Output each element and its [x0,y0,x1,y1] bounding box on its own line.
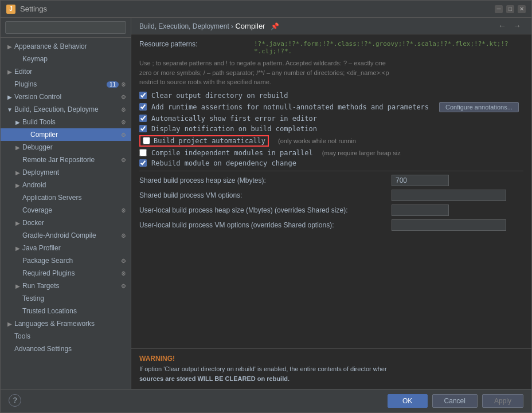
sidebar-item-required-plugins[interactable]: Required Plugins ⚙ [1,267,131,280]
compile-parallel-comment: (may require larger heap siz [322,150,401,156]
compile-parallel-label: Compile independent modules in parallel [151,149,313,157]
sidebar-item-trusted-locations[interactable]: Trusted Locations [1,305,131,317]
search-input[interactable] [5,21,126,34]
plugins-badge: 11 [107,81,119,88]
user-heap-input[interactable] [392,204,449,216]
sidebar-item-android[interactable]: ▶ Android [1,179,131,191]
arrow-icon: ▶ [13,182,22,188]
window-title: Settings [20,5,47,13]
gear-icon: ⚙ [121,207,126,214]
sidebar-item-appearance[interactable]: ▶ Appearance & Behavior [1,40,131,53]
add-runtime-checkbox[interactable] [139,103,147,111]
breadcrumb-path: Build, Execution, Deployment [139,22,229,30]
sidebar-item-gradle-android[interactable]: Gradle-Android Compile ⚙ [1,229,131,242]
sidebar-label: Tools [14,332,126,340]
vm-options-row: Shared build process VM options: [139,190,523,201]
sidebar-item-app-servers[interactable]: Application Servers [1,191,131,204]
sidebar-label: Gradle-Android Compile [22,231,119,239]
hint-line2: zero or more symbols; / – path separator… [139,69,389,76]
ok-button[interactable]: OK [388,394,428,408]
compile-parallel-checkbox[interactable] [139,149,147,156]
build-auto-checkbox[interactable] [143,137,150,144]
sidebar-item-docker[interactable]: ▶ Docker [1,217,131,229]
sidebar-tree: ▶ Appearance & Behavior Keymap ▶ Editor … [1,38,131,389]
sidebar: ▶ Appearance & Behavior Keymap ▶ Editor … [1,18,131,389]
title-bar-left: J Settings [6,5,47,14]
clear-output-row: Clear output directory on rebuild [139,92,523,100]
sidebar-item-version-control[interactable]: ▶ Version Control ⚙ [1,91,131,103]
sidebar-label: Plugins [14,80,104,88]
user-vm-row: User-local build process VM options (ove… [139,219,523,231]
sidebar-item-coverage[interactable]: Coverage ⚙ [1,204,131,217]
gear-icon: ⚙ [121,119,126,125]
build-auto-comment: (only works while not runnin [278,137,356,144]
display-notification-checkbox[interactable] [139,125,147,132]
vm-options-label: Shared build process VM options: [139,191,392,199]
sidebar-item-deployment[interactable]: ▶ Deployment [1,166,131,179]
sidebar-label: Keymap [22,55,126,63]
sidebar-item-languages[interactable]: ▶ Languages & Frameworks [1,317,131,330]
sidebar-label: Build Tools [22,118,119,126]
warning-box: WARNING! If option 'Clear output directo… [131,348,531,389]
sidebar-item-keymap[interactable]: Keymap [1,53,131,65]
user-heap-row: User-local build process heap size (Mbyt… [139,204,523,216]
configure-annotations-button[interactable]: Configure annotations... [439,102,519,112]
hint-line1: Use ; to separate patterns and ! to nega… [139,60,386,66]
sidebar-item-compiler[interactable]: Compiler ⚙ [1,128,131,141]
rebuild-module-row: Rebuild module on dependency change [139,159,523,167]
nav-back-button[interactable]: ← [496,21,508,30]
sidebar-item-testing[interactable]: Testing [1,292,131,305]
warning-title: WARNING! [139,353,523,364]
sidebar-item-plugins[interactable]: Plugins 11 ⚙ [1,78,131,91]
sidebar-label: Compiler [30,131,119,139]
sidebar-label: Java Profiler [22,244,126,252]
sidebar-item-tools[interactable]: Tools [1,330,131,343]
sidebar-label: Coverage [22,206,119,214]
auto-show-checkbox[interactable] [139,115,147,122]
minimize-button[interactable]: ─ [495,5,503,13]
cancel-button[interactable]: Cancel [432,394,478,408]
divider [139,171,523,171]
sidebar-item-advanced[interactable]: Advanced Settings [1,343,131,355]
arrow-icon: ▶ [5,44,14,50]
settings-window: J Settings ─ □ ✕ ▶ Appearance & Behavior [0,0,532,413]
resource-patterns-row: Resource patterns: !?*.java;!?*.form;!?*… [139,40,523,55]
sidebar-label: Application Servers [22,194,126,202]
help-button[interactable]: ? [9,394,21,407]
user-vm-input[interactable] [392,219,506,231]
nav-forward-button[interactable]: → [511,21,523,30]
add-runtime-row: Add runtime assertions for notnull-annot… [139,102,523,112]
sidebar-item-run-targets[interactable]: ▶ Run Targets ⚙ [1,280,131,292]
gear-icon: ⚙ [121,81,126,88]
auto-show-label: Automatically show first error in editor [151,115,317,123]
maximize-button[interactable]: □ [506,5,514,13]
app-icon: J [6,5,15,14]
heap-size-input[interactable] [392,175,449,186]
arrow-icon: ▼ [5,107,14,113]
sidebar-label: Remote Jar Repositorie [22,156,119,164]
heap-size-label: Shared build process heap size (Mbytes): [139,176,392,184]
nav-arrows: ← → [496,21,523,30]
sidebar-item-build-tools[interactable]: ▶ Build Tools ⚙ [1,116,131,128]
sidebar-label: Android [22,181,126,189]
sidebar-item-package-search[interactable]: Package Search ⚙ [1,254,131,267]
sidebar-label: Editor [14,68,126,76]
sidebar-item-remote-jar[interactable]: Remote Jar Repositorie ⚙ [1,154,131,166]
breadcrumb-bar: Build, Execution, Deployment › Compiler … [131,18,531,34]
sidebar-item-java-profiler[interactable]: ▶ Java Profiler [1,242,131,254]
content-area: Build, Execution, Deployment › Compiler … [131,18,531,389]
heap-size-row: Shared build process heap size (Mbytes): [139,175,523,186]
sidebar-item-editor[interactable]: ▶ Editor [1,65,131,78]
sidebar-item-debugger[interactable]: ▶ Debugger [1,141,131,154]
rebuild-module-label: Rebuild module on dependency change [151,159,296,167]
resource-hint: Use ; to separate patterns and ! to nega… [139,58,523,87]
rebuild-module-checkbox[interactable] [139,159,147,167]
vm-options-input[interactable] [392,190,506,201]
warning-text: If option 'Clear output directory on reb… [139,364,523,384]
close-button[interactable]: ✕ [518,5,526,13]
warning-text-line1: If option 'Clear output directory on reb… [139,365,387,372]
title-bar: J Settings ─ □ ✕ [1,1,531,18]
clear-output-checkbox[interactable] [139,92,147,99]
apply-button[interactable]: Apply [482,394,523,408]
sidebar-item-build-execution[interactable]: ▼ Build, Execution, Deployme ⚙ [1,103,131,116]
